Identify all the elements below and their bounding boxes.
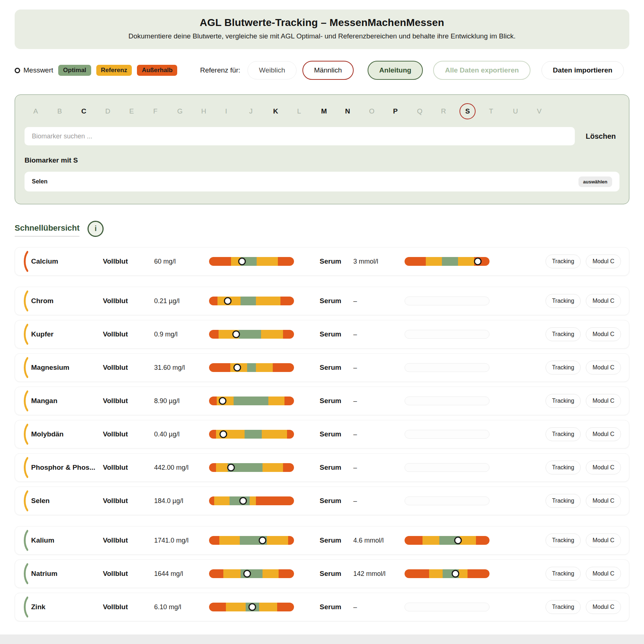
- import-button[interactable]: Daten importieren: [541, 61, 624, 79]
- serum-value: –: [353, 464, 405, 472]
- sample-type-serum: Serum: [320, 257, 353, 265]
- range-segment-out: [209, 569, 223, 578]
- alpha-letter-P[interactable]: P: [393, 107, 417, 115]
- alpha-letter-F[interactable]: F: [153, 107, 178, 115]
- vollblut-value: 31.60 mg/l: [154, 364, 209, 372]
- range-segment-out: [209, 536, 219, 545]
- tracking-button[interactable]: Tracking: [546, 327, 581, 341]
- export-all-button[interactable]: Alle Daten exportieren: [433, 61, 531, 80]
- tracking-button[interactable]: Tracking: [546, 294, 581, 308]
- table-row: SelenVollblut184.0 µg/lSerum–TrackingMod…: [15, 487, 629, 515]
- info-icon[interactable]: i: [88, 221, 104, 237]
- reference-female-button[interactable]: Weiblich: [247, 61, 296, 79]
- range-segment-out: [283, 330, 294, 339]
- tracking-button[interactable]: Tracking: [546, 254, 581, 268]
- range-bar: [405, 569, 489, 578]
- biomarker-name: Natrium: [31, 570, 103, 578]
- alpha-letter-B[interactable]: B: [57, 107, 82, 115]
- alpha-letter-L[interactable]: L: [297, 107, 321, 115]
- tracking-button[interactable]: Tracking: [546, 533, 581, 547]
- range-segment-ref: [216, 463, 228, 472]
- tracking-button[interactable]: Tracking: [546, 567, 581, 581]
- result-item: Selenauswählen: [25, 172, 619, 191]
- alpha-letter-E[interactable]: E: [129, 107, 153, 115]
- serum-value: –: [353, 397, 405, 405]
- modul-c-button[interactable]: Modul C: [586, 461, 621, 474]
- range-segment-ref: [263, 569, 279, 578]
- range-segment-ref: [261, 330, 283, 339]
- alpha-letter-J[interactable]: J: [249, 107, 273, 115]
- vollblut-value: 442.00 mg/l: [154, 464, 209, 472]
- alpha-letter-I[interactable]: I: [225, 107, 249, 115]
- vollblut-value: 8.90 µg/l: [154, 397, 209, 405]
- range-segment-ref: [223, 569, 240, 578]
- range-bar-track: [405, 536, 489, 545]
- alpha-letter-C[interactable]: C: [81, 107, 105, 115]
- overview-header: Schnellübersicht i: [15, 223, 629, 237]
- range-segment-ref: [226, 603, 245, 611]
- page-title: AGL Blutwerte-Tracking – MessenMachenMes…: [26, 17, 618, 29]
- clear-search-button[interactable]: Löschen: [586, 132, 616, 141]
- alpha-letter-D[interactable]: D: [105, 107, 130, 115]
- modul-c-button[interactable]: Modul C: [586, 427, 621, 441]
- alphabet-nav: ABCDEFGHIJKLMNOPQRSTUV: [25, 105, 619, 116]
- sample-type-vollblut: Vollblut: [103, 603, 154, 611]
- alpha-letter-Q[interactable]: Q: [417, 107, 441, 115]
- range-segment-out: [209, 603, 226, 611]
- reference-male-button[interactable]: Männlich: [302, 61, 354, 80]
- tracking-button[interactable]: Tracking: [546, 600, 581, 614]
- alpha-letter-S[interactable]: S: [465, 107, 470, 115]
- range-bar: [209, 536, 294, 545]
- row-actions: TrackingModul C: [500, 427, 621, 441]
- tracking-button[interactable]: Tracking: [546, 494, 581, 508]
- alpha-letter-N[interactable]: N: [345, 107, 369, 115]
- table-row: MagnesiumVollblut31.60 mg/lSerum–Trackin…: [15, 353, 629, 382]
- tracking-button[interactable]: Tracking: [546, 461, 581, 474]
- guide-button[interactable]: Anleitung: [368, 61, 423, 80]
- measurement-marker: [474, 258, 481, 265]
- modul-c-button[interactable]: Modul C: [586, 394, 621, 408]
- alpha-letter-A[interactable]: A: [33, 107, 57, 115]
- table-row: KaliumVollblut1741.0 mg/lSerum4.6 mmol/l…: [15, 526, 629, 555]
- result-item-name: Selen: [32, 178, 48, 185]
- alpha-letter-V[interactable]: V: [537, 107, 561, 115]
- vollblut-value: 0.21 µg/l: [154, 297, 209, 305]
- range-segment-ref: [256, 363, 273, 372]
- tracking-button[interactable]: Tracking: [546, 361, 581, 375]
- biomarker-name: Magnesium: [31, 364, 103, 372]
- range-bar-track: [405, 569, 489, 578]
- modul-c-button[interactable]: Modul C: [586, 600, 621, 614]
- biomarker-name: Calcium: [31, 257, 103, 265]
- modul-c-button[interactable]: Modul C: [586, 327, 621, 341]
- alpha-letter-G[interactable]: G: [177, 107, 201, 115]
- alpha-letter-K[interactable]: K: [273, 107, 297, 115]
- range-segment-opt: [442, 257, 458, 266]
- modul-c-button[interactable]: Modul C: [586, 294, 621, 308]
- table-row: MolybdänVollblut0.40 µg/lSerum–TrackingM…: [15, 420, 629, 448]
- range-bar: [209, 397, 294, 405]
- sample-type-serum: Serum: [320, 330, 353, 338]
- range-bar-track: [209, 463, 294, 472]
- sample-type-vollblut: Vollblut: [103, 297, 154, 305]
- range-bar-empty: [405, 430, 489, 439]
- select-biomarker-button[interactable]: auswählen: [578, 176, 612, 187]
- serum-value: –: [353, 431, 405, 438]
- modul-c-button[interactable]: Modul C: [586, 494, 621, 508]
- sample-type-serum: Serum: [320, 430, 353, 438]
- biomarker-search-input[interactable]: [25, 127, 575, 145]
- modul-c-button[interactable]: Modul C: [586, 567, 621, 581]
- alpha-letter-O[interactable]: O: [369, 107, 393, 115]
- modul-c-button[interactable]: Modul C: [586, 533, 621, 547]
- alpha-letter-U[interactable]: U: [513, 107, 537, 115]
- alpha-letter-M[interactable]: M: [321, 107, 345, 115]
- modul-c-button[interactable]: Modul C: [586, 254, 621, 268]
- row-actions: TrackingModul C: [500, 600, 621, 614]
- tracking-button[interactable]: Tracking: [546, 394, 581, 408]
- row-actions: TrackingModul C: [500, 461, 621, 474]
- modul-c-button[interactable]: Modul C: [586, 361, 621, 375]
- tracking-button[interactable]: Tracking: [546, 427, 581, 441]
- row-actions: TrackingModul C: [500, 394, 621, 408]
- alpha-letter-T[interactable]: T: [489, 107, 513, 115]
- alpha-letter-H[interactable]: H: [201, 107, 226, 115]
- range-segment-out: [280, 297, 294, 305]
